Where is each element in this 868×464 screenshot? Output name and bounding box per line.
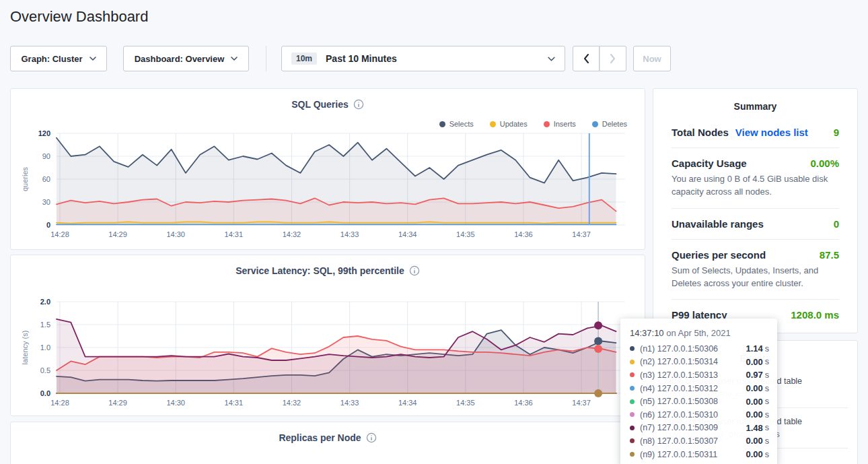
svg-text:latency (s): latency (s) [21, 331, 29, 365]
summary-row-label: Unavailable ranges [672, 218, 764, 230]
summary-row: Queries per second87.5Sum of Selects, Up… [672, 240, 839, 300]
node-color-dot-icon [630, 386, 635, 391]
node-color-dot-icon [630, 372, 635, 377]
tooltip-node-row: (n4) 127.0.0.1:503120.00s [630, 382, 769, 395]
info-icon[interactable] [409, 265, 420, 276]
legend-dot-icon [592, 121, 598, 127]
tooltip-node-value: 0.00 [746, 357, 762, 367]
svg-text:14:28: 14:28 [50, 230, 69, 238]
svg-text:14:32: 14:32 [283, 230, 301, 238]
svg-text:14:34: 14:34 [398, 230, 417, 238]
previous-time-button[interactable] [573, 46, 600, 71]
svg-text:14:29: 14:29 [108, 230, 127, 238]
time-range-dropdown[interactable]: 10m Past 10 Minutes [281, 46, 565, 71]
svg-text:14:35: 14:35 [456, 399, 475, 407]
summary-rows: Total NodesView nodes list9Capacity Usag… [653, 112, 857, 330]
summary-row-label: Capacity Usage [672, 158, 747, 169]
next-time-button[interactable] [600, 46, 626, 71]
node-color-dot-icon [630, 452, 635, 457]
tooltip-node-row: (n1) 127.0.0.1:503061.14s [630, 342, 769, 356]
summary-card: Summary Total NodesView nodes list9Capac… [653, 88, 858, 333]
legend-dot-icon [439, 121, 445, 127]
chart-canvas: 030609012014:2814:2914:3014:3114:3214:33… [19, 128, 637, 242]
svg-text:30: 30 [42, 198, 50, 206]
legend-item-inserts[interactable]: Inserts [544, 120, 576, 128]
tooltip-node-unit: s [765, 370, 769, 380]
legend-label: Updates [500, 120, 528, 128]
tooltip-node-label: (n8) 127.0.0.1:50307 [640, 436, 746, 446]
tooltip-node-row: (n2) 127.0.0.1:503140.00s [630, 356, 769, 369]
summary-row-value: 1208.0 ms [791, 309, 839, 321]
service-latency-chart[interactable]: 0.00.51.01.52.014:2814:2914:3014:3114:32… [19, 296, 637, 411]
chevron-left-icon [583, 54, 589, 63]
svg-text:2.0: 2.0 [40, 298, 50, 306]
svg-text:14:30: 14:30 [166, 230, 185, 238]
legend-label: Inserts [554, 120, 576, 128]
legend-label: Selects [449, 120, 474, 128]
svg-text:14:31: 14:31 [225, 399, 244, 407]
tooltip-rows: (n1) 127.0.0.1:503061.14s(n2) 127.0.0.1:… [630, 342, 769, 461]
svg-text:0: 0 [46, 221, 50, 229]
info-icon[interactable] [353, 99, 364, 110]
chart-title-text: Replicas per Node [279, 432, 361, 443]
controls-bar: Graph: Cluster Dashboard: Overview 10m P… [0, 46, 868, 71]
summary-row-subtext: Sum of Selects, Updates, Inserts, and De… [672, 265, 839, 290]
chevron-right-icon [610, 54, 616, 63]
svg-text:14:35: 14:35 [456, 230, 475, 238]
summary-row-value: 0 [834, 218, 839, 230]
page-title: Overview Dashboard [10, 8, 148, 26]
node-color-dot-icon [630, 412, 635, 417]
svg-text:queries: queries [21, 166, 29, 191]
node-color-dot-icon [630, 426, 635, 430]
chart-canvas: 0.00.51.01.52.014:2814:2914:3014:3114:32… [19, 296, 637, 411]
node-color-dot-icon [630, 399, 635, 404]
svg-text:14:32: 14:32 [283, 399, 301, 407]
tooltip-node-unit: s [765, 423, 769, 432]
svg-text:0.0: 0.0 [40, 389, 50, 397]
view-nodes-list-link[interactable]: View nodes list [735, 127, 808, 138]
tooltip-time: 14:37:10 [630, 328, 664, 338]
summary-row: Total NodesView nodes list9 [672, 117, 839, 148]
graph-selector-label: Graph: Cluster [21, 54, 82, 64]
summary-row-value: 9 [834, 127, 839, 138]
chevron-down-icon [548, 57, 555, 61]
tooltip-node-value: 1.48 [746, 423, 762, 433]
legend-label: Deletes [602, 120, 627, 128]
now-button[interactable]: Now [633, 46, 671, 71]
time-nav-buttons [573, 46, 626, 71]
svg-text:90: 90 [42, 152, 50, 160]
tooltip-timestamp: 14:37:10 on Apr 5th, 2021 [630, 328, 769, 338]
tooltip-date: on Apr 5th, 2021 [666, 328, 730, 338]
chart-title-text: SQL Queries [291, 99, 349, 110]
svg-text:1.0: 1.0 [40, 343, 50, 352]
time-range-label: Past 10 Minutes [326, 53, 397, 64]
legend-item-deletes[interactable]: Deletes [592, 120, 627, 128]
chart-title-text: Service Latency: SQL, 99th percentile [236, 265, 404, 276]
svg-text:14:37: 14:37 [572, 399, 591, 407]
tooltip-node-unit: s [765, 436, 769, 446]
chevron-down-icon [89, 57, 96, 61]
tooltip-node-unit: s [765, 344, 769, 354]
legend-item-updates[interactable]: Updates [490, 120, 528, 128]
graph-selector-dropdown[interactable]: Graph: Cluster [10, 46, 107, 71]
tooltip-node-value: 0.00 [746, 436, 762, 446]
legend-item-selects[interactable]: Selects [439, 120, 474, 128]
tooltip-node-row: (n5) 127.0.0.1:503080.00s [630, 395, 769, 408]
sql-queries-chart[interactable]: 030609012014:2814:2914:3014:3114:3214:33… [19, 128, 637, 242]
summary-row-value: 87.5 [820, 249, 839, 261]
svg-text:14:31: 14:31 [225, 230, 244, 238]
dashboard-selector-dropdown[interactable]: Dashboard: Overview [123, 46, 249, 71]
now-button-label: Now [643, 54, 661, 64]
tooltip-node-label: (n6) 127.0.0.1:50310 [640, 410, 746, 420]
tooltip-node-value: 0.00 [746, 449, 762, 459]
svg-text:14:34: 14:34 [398, 399, 417, 407]
tooltip-node-label: (n4) 127.0.0.1:50312 [640, 384, 746, 393]
tooltip-node-label: (n9) 127.0.0.1:50311 [640, 450, 746, 459]
info-icon[interactable] [366, 432, 377, 443]
svg-text:14:33: 14:33 [340, 230, 359, 238]
tooltip-node-label: (n3) 127.0.0.1:50313 [640, 370, 746, 380]
svg-text:14:28: 14:28 [50, 399, 69, 407]
tooltip-node-row: (n9) 127.0.0.1:503110.00s [630, 448, 769, 461]
tooltip-node-value: 0.97 [746, 370, 762, 380]
overview-dashboard-page: Overview Dashboard Graph: Cluster Dashbo… [0, 0, 868, 464]
